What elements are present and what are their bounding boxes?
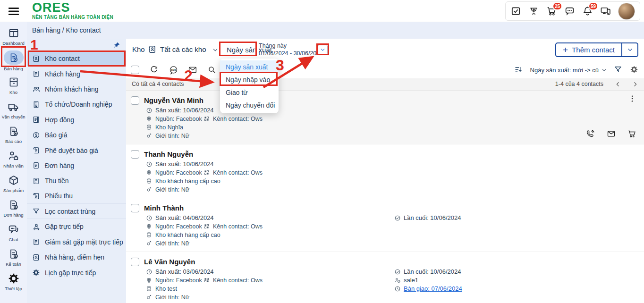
- rail-item-chat[interactable]: Chat: [0, 220, 27, 245]
- logo-block[interactable]: ORES NỀN TẢNG BÁN HÀNG TOÀN DIỆN: [32, 0, 113, 20]
- tasks-check-icon[interactable]: [510, 6, 521, 17]
- sidebar-item-khach-hang[interactable]: Khách hàng: [27, 66, 126, 81]
- row-checkbox[interactable]: [131, 204, 139, 212]
- breadcrumb[interactable]: Bán hàng / Kho contact: [32, 22, 101, 39]
- sort-icon[interactable]: [514, 65, 524, 75]
- contact-row[interactable]: Thanh Nguyễn Sản xuất: 10/06/2024 Nguồn:…: [126, 144, 644, 198]
- row-checkbox[interactable]: [131, 258, 139, 266]
- dropdown-item-giao-tu[interactable]: Giao từ: [220, 86, 279, 99]
- gender: Giới tính: Nữ: [146, 294, 189, 301]
- security-camera-icon[interactable]: [528, 6, 539, 17]
- row-checkbox[interactable]: [131, 150, 139, 159]
- approval-scroll-icon: [32, 146, 40, 154]
- contact-name[interactable]: Thanh Nguyễn: [144, 150, 193, 158]
- rail-item-ban-hang[interactable]: Bán hàng: [0, 49, 27, 73]
- production-date: Sản xuất: 10/06/2024: [146, 107, 214, 114]
- pin-icon[interactable]: [113, 42, 120, 49]
- messages-icon[interactable]: [564, 6, 575, 17]
- notifications-bell-icon[interactable]: 59: [582, 6, 593, 17]
- gear-icon: [32, 269, 40, 277]
- clock-icon: [146, 161, 153, 168]
- rail-item-dashboard[interactable]: Dashboard: [0, 24, 27, 49]
- logo-tagline: NỀN TẢNG BÁN HÀNG TOÀN DIỆN: [32, 15, 113, 20]
- sidebar-item-lich-gap[interactable]: Lịch gặp trực tiếp: [27, 265, 126, 280]
- contact-row[interactable]: Nguyễn Văn Minh Sản xuất: 10/06/2024 Ngu…: [126, 91, 644, 144]
- settings-gear-icon[interactable]: [630, 65, 639, 75]
- sidebar-label: Phê duyệt báo giá: [45, 147, 98, 154]
- order-icon: [8, 199, 20, 211]
- sidebar-item-thu-tien[interactable]: Thu tiền: [27, 173, 126, 188]
- sidebar-label: Báo giá: [45, 131, 67, 139]
- rail-item-kho[interactable]: Kho: [0, 73, 27, 98]
- email-icon[interactable]: [188, 65, 197, 75]
- rail-item-nhan-vien[interactable]: Nhân viên: [0, 147, 27, 171]
- dollar-circle-icon: [32, 131, 40, 139]
- search-icon[interactable]: [207, 65, 217, 75]
- source: Nguồn: Facebook: [146, 169, 202, 176]
- email-icon[interactable]: [607, 129, 616, 138]
- contact-name[interactable]: Nguyễn Văn Minh: [144, 96, 203, 104]
- rail-label: Dashboard: [2, 41, 24, 46]
- rail-item-thiet-lap[interactable]: Thiết lập: [0, 269, 27, 294]
- sidebar-item-gap-truc-tiep[interactable]: Gặp trực tiếp: [27, 219, 126, 234]
- row-menu-kebab-icon[interactable]: [628, 94, 636, 103]
- contact-book-icon: [148, 45, 157, 54]
- contact-name[interactable]: Lê Văn Nguyên: [144, 258, 195, 266]
- clock-icon: [146, 107, 153, 114]
- rail-item-bao-cao[interactable]: Báo cáo: [0, 122, 27, 147]
- avatar[interactable]: [618, 3, 635, 20]
- devices-icon[interactable]: [600, 6, 611, 17]
- people-group-icon: [32, 85, 40, 93]
- sidebar-item-to-chuc[interactable]: Tổ chức/Doanh nghiệp: [27, 97, 126, 112]
- refresh-icon[interactable]: [149, 65, 159, 75]
- contact-row[interactable]: Lê Văn Nguyên Sản xuất: 03/06/2024 Nguồn…: [126, 252, 644, 303]
- date-preset[interactable]: Tháng này 01/06/2024 - 30/06/2024: [259, 42, 323, 57]
- add-contact-button[interactable]: + Thêm contact: [555, 42, 638, 57]
- contact-row[interactable]: Minh Thành Sản xuất: 04/06/2024 Nguồn: F…: [126, 198, 644, 252]
- sidebar-item-nhom-khach-hang[interactable]: Nhóm khách hàng: [27, 82, 126, 97]
- rail-item-don-hang[interactable]: Đơn hàng: [0, 196, 27, 220]
- page-next-icon[interactable]: [632, 81, 638, 87]
- dropdown-item-ngay-san-xuat[interactable]: Ngày sản xuất: [220, 60, 279, 73]
- channel: Kênh contact: Ows: [203, 116, 263, 122]
- dropdown-item-ngay-chuyen-doi[interactable]: Ngày chuyển đổi: [220, 99, 279, 111]
- contact-book-icon: [32, 253, 40, 261]
- hamburger-menu-icon[interactable]: [8, 5, 20, 17]
- sidebar-item-loc-contact-trung[interactable]: Lọc contact trùng: [27, 204, 126, 219]
- cart-icon[interactable]: [627, 129, 636, 138]
- cart-icon[interactable]: 25: [546, 6, 557, 17]
- dropdown-item-ngay-nhap-vao[interactable]: Ngày nhập vào: [220, 73, 279, 86]
- filter-icon[interactable]: [614, 65, 623, 75]
- rail-item-san-pham[interactable]: Sản phẩm: [0, 171, 27, 196]
- sidebar-item-don-hang[interactable]: Đơn hàng: [27, 158, 126, 173]
- rail-item-ke-toan[interactable]: Kế toán: [0, 245, 27, 269]
- handover-link[interactable]: Bàn giao: 07/06/2024: [404, 285, 462, 292]
- last-contact: Lần cuối: 10/06/2024: [394, 214, 461, 221]
- contact-name[interactable]: Minh Thành: [144, 204, 184, 212]
- sort-selector[interactable]: Ngày sản xuất: mới -> cũ: [530, 67, 607, 74]
- globe-icon: [146, 116, 153, 122]
- date-range-dropdown-toggle[interactable]: [318, 45, 328, 55]
- sidebar-label: Nhóm khách hàng: [45, 85, 99, 93]
- sidebar-item-giam-sat[interactable]: Giám sát gặp mặt trực tiếp: [27, 235, 126, 250]
- sidebar-item-phe-duyet-bao-gia[interactable]: Phê duyệt báo giá: [27, 143, 126, 158]
- sms-icon[interactable]: [169, 65, 178, 75]
- document-icon: [32, 238, 40, 246]
- call-icon[interactable]: [586, 129, 595, 138]
- rail-label: Thiết lập: [5, 286, 22, 291]
- sidebar-item-nha-hang[interactable]: Nhà hàng, điểm hẹn: [27, 250, 126, 265]
- sidebar-item-hop-dong[interactable]: Hợp đồng: [27, 112, 126, 127]
- sidebar-item-phieu-thu[interactable]: Phiếu thu: [27, 189, 126, 204]
- warehouse-select[interactable]: Tất cả các kho: [160, 45, 206, 53]
- sidebar-item-kho-contact[interactable]: Kho contact: [27, 51, 126, 66]
- page-prev-icon[interactable]: [615, 81, 621, 87]
- truck-icon: [8, 101, 20, 113]
- chevron-down-icon[interactable]: [212, 47, 219, 53]
- sidebar-item-bao-gia[interactable]: Báo giá: [27, 127, 126, 143]
- rail-item-van-chuyen[interactable]: Vận chuyển: [0, 98, 27, 122]
- row-checkbox[interactable]: [131, 96, 139, 105]
- add-contact-dropdown-arrow[interactable]: [622, 43, 637, 56]
- select-all-checkbox[interactable]: [131, 66, 139, 74]
- gender-icon: [146, 186, 153, 193]
- sidebar-label: Gặp trực tiếp: [45, 223, 84, 230]
